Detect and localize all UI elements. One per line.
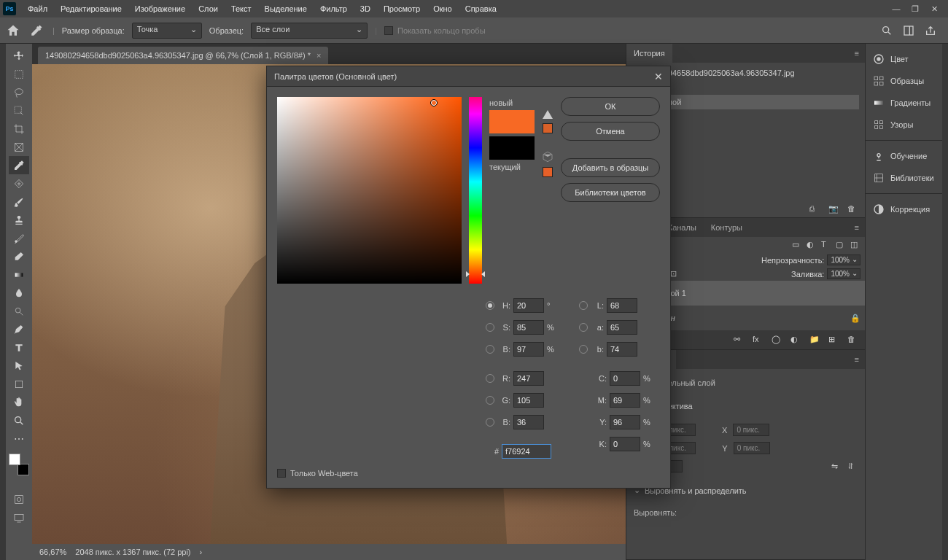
shape-tool[interactable] <box>9 375 29 393</box>
color-swatches[interactable] <box>9 454 29 475</box>
sample-select[interactable]: Все слои <box>251 23 368 39</box>
blue-input[interactable] <box>513 415 544 429</box>
blur-tool[interactable] <box>9 284 29 302</box>
hand-tool[interactable] <box>9 393 29 411</box>
sample-size-select[interactable]: Точка <box>132 23 202 39</box>
filter-text-icon[interactable]: T <box>821 240 831 250</box>
quick-select-tool[interactable] <box>9 101 29 120</box>
menu-filter[interactable]: Фильтр <box>314 2 353 15</box>
menu-window[interactable]: Окно <box>427 2 458 15</box>
blue-radio[interactable] <box>486 418 494 427</box>
gradient-tool[interactable] <box>9 265 29 284</box>
workspace-icon[interactable] <box>903 25 914 36</box>
text-tool[interactable] <box>9 338 29 357</box>
dialog-titlebar[interactable]: Палитра цветов (Основной цвет) ✕ <box>267 66 670 87</box>
y-input[interactable] <box>610 415 640 429</box>
new-snapshot-icon[interactable]: ⎙ <box>809 204 820 214</box>
crop-tool[interactable] <box>9 120 29 138</box>
ok-button[interactable]: ОК <box>561 97 660 116</box>
adjustments-panel-button[interactable]: Коррекция <box>866 198 942 220</box>
trash-icon[interactable]: 🗑 <box>847 204 858 214</box>
menu-edit[interactable]: Редактирование <box>55 2 128 15</box>
bright-input[interactable] <box>513 342 544 357</box>
panel-menu-icon[interactable]: ≡ <box>849 223 865 232</box>
x-input[interactable] <box>733 424 769 436</box>
close-tab-icon[interactable]: × <box>316 51 321 60</box>
hue-radio[interactable] <box>486 301 494 310</box>
minimize-icon[interactable]: — <box>891 4 901 14</box>
l-input[interactable] <box>607 298 637 313</box>
pen-tool[interactable] <box>9 320 29 338</box>
opacity-value[interactable]: 100% <box>827 254 860 265</box>
link-icon[interactable]: ⚯ <box>734 335 744 345</box>
document-tab[interactable]: 149080294658dbd9025063a4.96305347.jpg @ … <box>38 47 328 64</box>
dialog-close-icon[interactable]: ✕ <box>654 71 663 82</box>
mask-icon[interactable]: ◯ <box>772 335 782 345</box>
eyedropper-tool-icon[interactable] <box>28 22 45 39</box>
filter-image-icon[interactable]: ▭ <box>792 240 802 250</box>
libraries-panel-button[interactable]: Библиотеки <box>866 167 942 189</box>
maximize-icon[interactable]: ❐ <box>910 4 920 14</box>
menu-image[interactable]: Изображение <box>129 2 191 15</box>
background-color[interactable] <box>18 464 29 475</box>
new-layer-icon[interactable]: ⊞ <box>828 335 839 345</box>
color-cursor[interactable] <box>430 99 438 106</box>
edit-toolbar[interactable]: ⋯ <box>9 429 29 448</box>
panel-menu-icon[interactable]: ≡ <box>849 355 865 364</box>
filter-adjust-icon[interactable]: ◐ <box>807 240 817 250</box>
frame-tool[interactable] <box>9 138 29 156</box>
m-input[interactable] <box>610 393 640 408</box>
bright-radio[interactable] <box>486 345 494 354</box>
websafe-swatch[interactable] <box>543 167 553 177</box>
paths-tab[interactable]: Контуры <box>704 218 750 237</box>
adjustment-icon[interactable]: ◐ <box>790 335 801 345</box>
history-brush-tool[interactable] <box>9 229 29 247</box>
menu-file[interactable]: Файл <box>22 2 53 15</box>
c-input[interactable] <box>610 371 640 386</box>
menu-3d[interactable]: 3D <box>354 2 376 15</box>
green-input[interactable] <box>513 393 544 408</box>
k-input[interactable] <box>610 437 640 451</box>
dodge-tool[interactable] <box>9 302 29 320</box>
lasso-tool[interactable] <box>9 83 29 101</box>
saturation-brightness-box[interactable] <box>277 97 462 284</box>
cancel-button[interactable]: Отмена <box>561 122 660 141</box>
color-panel-button[interactable]: Цвет <box>866 48 942 70</box>
fx-icon[interactable]: fx <box>753 335 763 345</box>
menu-text[interactable]: Текст <box>225 2 257 15</box>
home-icon[interactable] <box>6 23 20 38</box>
gamut-swatch[interactable] <box>543 123 553 133</box>
eyedropper-tool[interactable] <box>9 156 29 174</box>
panel-menu-icon[interactable]: ≡ <box>849 49 865 58</box>
foreground-color[interactable] <box>9 454 20 465</box>
zoom-tool[interactable] <box>9 411 29 429</box>
filter-smart-icon[interactable]: ◫ <box>850 240 860 250</box>
menu-layers[interactable]: Слои <box>193 2 224 15</box>
zoom-level[interactable]: 66,67% <box>39 548 66 556</box>
screen-mode-icon[interactable] <box>9 508 29 526</box>
camera-icon[interactable]: 📷 <box>828 204 839 214</box>
hue-input[interactable] <box>513 298 544 313</box>
menu-view[interactable]: Просмотр <box>378 2 426 15</box>
share-icon[interactable] <box>925 25 936 36</box>
menu-select[interactable]: Выделение <box>259 2 313 15</box>
current-color-swatch[interactable] <box>489 136 535 160</box>
learn-panel-button[interactable]: Обучение <box>866 145 942 167</box>
menu-help[interactable]: Справка <box>459 2 502 15</box>
swatches-panel-button[interactable]: Образцы <box>866 70 942 92</box>
healing-tool[interactable] <box>9 174 29 192</box>
close-icon[interactable]: ✕ <box>929 4 939 14</box>
red-radio[interactable] <box>486 374 494 383</box>
hex-input[interactable] <box>502 444 551 459</box>
path-select-tool[interactable] <box>9 357 29 375</box>
color-libraries-button[interactable]: Библиотеки цветов <box>561 183 660 202</box>
eraser-tool[interactable] <box>9 247 29 265</box>
flip-v-icon[interactable]: ⥯ <box>847 462 858 472</box>
status-chevron-icon[interactable]: › <box>200 548 203 556</box>
cube-icon[interactable] <box>542 151 553 163</box>
stamp-tool[interactable] <box>9 211 29 229</box>
red-input[interactable] <box>513 371 544 386</box>
move-tool[interactable] <box>9 47 29 65</box>
lock-artboard-icon[interactable]: ⊡ <box>670 269 680 279</box>
b-input[interactable] <box>607 342 637 357</box>
